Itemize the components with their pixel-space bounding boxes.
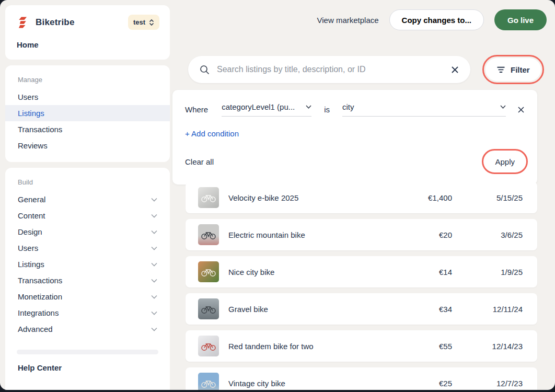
- listing-row[interactable]: Gravel bike €34 12/11/24: [186, 293, 537, 325]
- bike-icon: [201, 304, 216, 314]
- sidebar-item-integrations[interactable]: Integrations: [5, 305, 170, 321]
- environment-name: test: [133, 18, 145, 26]
- bike-icon: [201, 229, 216, 240]
- chevron-down-icon: [151, 327, 157, 331]
- filter-highlight-ring: Filter: [482, 55, 544, 84]
- listing-thumbnail: [198, 224, 219, 245]
- search-row: Filter: [188, 55, 544, 84]
- sidebar-item-listings[interactable]: Listings: [5, 105, 170, 121]
- listing-title: Electric mountain bike: [228, 230, 400, 239]
- apply-button[interactable]: Apply: [485, 152, 525, 171]
- listing-date: 1/9/25: [452, 268, 523, 276]
- sidebar-item-build-users[interactable]: Users: [5, 240, 170, 256]
- sidebar-item-help-center[interactable]: Help Center: [5, 363, 170, 382]
- filter-field-value: categoryLevel1 (pu...: [222, 102, 295, 111]
- listing-row[interactable]: Electric mountain bike €20 3/6/25: [186, 219, 537, 250]
- filter-panel: Where categoryLevel1 (pu... is city: [172, 90, 537, 185]
- filter-value-text: city: [342, 102, 354, 111]
- filter-condition-row: Where categoryLevel1 (pu... is city: [185, 102, 525, 117]
- filter-panel-footer: Clear all Apply: [185, 149, 525, 174]
- brand-card: Biketribe test Home: [5, 5, 170, 60]
- sidebar-item-users[interactable]: Users: [5, 89, 170, 105]
- listing-row[interactable]: Vintage city bike €25 12/7/23: [186, 367, 537, 390]
- sidebar-item-design[interactable]: Design: [5, 224, 170, 240]
- listing-price: €55: [400, 342, 452, 351]
- listing-row[interactable]: Red tandem bike for two €55 12/14/23: [186, 330, 537, 362]
- listing-date: 5/15/25: [452, 193, 523, 202]
- listing-date: 12/14/23: [452, 342, 523, 351]
- listing-title: Nice city bike: [228, 268, 400, 276]
- brand-name: Biketribe: [36, 17, 75, 28]
- where-label: Where: [185, 105, 208, 114]
- listing-date: 12/11/24: [452, 305, 523, 314]
- listing-row[interactable]: Velocity e-bike 2025 €1,400 5/15/25: [186, 182, 537, 213]
- filter-button[interactable]: Filter: [485, 58, 541, 81]
- build-section-label: Build: [5, 178, 170, 186]
- listing-price: €14: [400, 268, 452, 276]
- listing-thumbnail: [198, 373, 219, 390]
- build-card: Build General Content Design Users Listi…: [5, 168, 170, 390]
- chevron-down-icon: [151, 230, 157, 234]
- operator-label: is: [324, 105, 330, 114]
- chevron-down-icon: [151, 279, 157, 283]
- listing-title: Gravel bike: [228, 305, 400, 314]
- filter-button-label: Filter: [511, 65, 530, 74]
- environment-switcher[interactable]: test: [128, 15, 159, 30]
- listings-list: Velocity e-bike 2025 €1,400 5/15/25 Elec…: [186, 182, 537, 390]
- chevron-down-icon: [306, 105, 311, 109]
- app-window: Biketribe test Home Manage Users Listing…: [0, 0, 555, 390]
- sidebar-divider: [17, 350, 158, 354]
- env-updown-icon: [149, 19, 154, 26]
- filter-icon: [496, 66, 505, 73]
- bike-icon: [201, 341, 216, 351]
- chevron-down-icon: [151, 198, 157, 202]
- view-marketplace-link[interactable]: View marketplace: [317, 16, 378, 25]
- clear-search-icon[interactable]: [451, 66, 459, 74]
- chevron-down-icon: [151, 295, 157, 299]
- listing-price: €1,400: [400, 193, 452, 202]
- listing-price: €25: [400, 379, 452, 388]
- sidebar-item-content[interactable]: Content: [5, 207, 170, 224]
- search-input[interactable]: [217, 65, 451, 74]
- sidebar-item-general[interactable]: General: [5, 191, 170, 207]
- add-condition-link[interactable]: + Add condition: [185, 129, 239, 138]
- listing-title: Vintage city bike: [228, 379, 400, 388]
- chevron-down-icon: [151, 214, 157, 218]
- listing-price: €20: [400, 230, 452, 239]
- search-bar: [188, 56, 470, 83]
- listing-row[interactable]: Nice city bike €14 1/9/25: [186, 256, 537, 287]
- listing-thumbnail: [198, 187, 219, 208]
- manage-card: Manage Users Listings Transactions Revie…: [5, 65, 170, 162]
- listing-title: Velocity e-bike 2025: [228, 193, 400, 202]
- listing-thumbnail: [198, 336, 219, 356]
- sidebar-item-advanced[interactable]: Advanced: [5, 321, 170, 337]
- search-icon: [200, 65, 210, 75]
- chevron-down-icon: [151, 262, 157, 267]
- apply-highlight-ring: Apply: [482, 149, 528, 174]
- remove-condition-icon[interactable]: [517, 106, 525, 113]
- manage-section-label: Manage: [5, 76, 170, 84]
- sidebar-item-monetization[interactable]: Monetization: [5, 289, 170, 305]
- chevron-down-icon: [500, 105, 506, 109]
- sidebar-item-build-transactions[interactable]: Transactions: [5, 272, 170, 289]
- biketribe-logo-icon: [17, 16, 30, 29]
- clear-all-link[interactable]: Clear all: [185, 157, 214, 166]
- listing-price: €34: [400, 305, 452, 314]
- brand-row: Biketribe test: [17, 15, 159, 30]
- topbar: View marketplace Copy changes to... Go l…: [317, 9, 547, 30]
- bike-icon: [201, 192, 216, 203]
- listing-date: 3/6/25: [452, 230, 523, 239]
- chevron-down-icon: [151, 246, 157, 250]
- copy-changes-button[interactable]: Copy changes to...: [389, 9, 484, 30]
- bike-icon: [201, 378, 216, 388]
- sidebar-item-reviews[interactable]: Reviews: [5, 137, 170, 154]
- sidebar-item-build-listings[interactable]: Listings: [5, 256, 170, 272]
- sidebar-item-home[interactable]: Home: [17, 40, 159, 49]
- sidebar: Biketribe test Home Manage Users Listing…: [5, 5, 170, 390]
- filter-value-select[interactable]: city: [342, 102, 506, 117]
- go-live-button[interactable]: Go live: [494, 9, 547, 30]
- sidebar-spacer: [5, 337, 170, 350]
- sidebar-item-transactions[interactable]: Transactions: [5, 121, 170, 137]
- filter-field-select[interactable]: categoryLevel1 (pu...: [222, 102, 311, 117]
- chevron-down-icon: [151, 311, 157, 315]
